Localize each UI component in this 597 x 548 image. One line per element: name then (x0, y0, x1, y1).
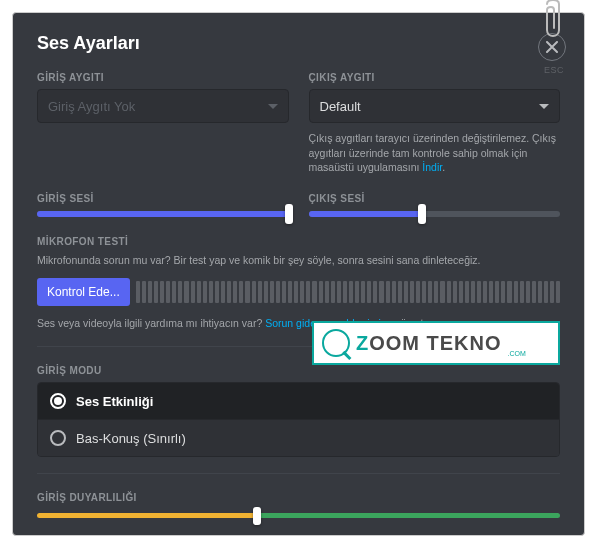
divider (37, 473, 560, 474)
radio-voice-activity[interactable]: Ses Etkinliği (38, 383, 559, 419)
mic-test-desc: Mikrofonunda sorun mu var? Bir test yap … (37, 253, 560, 268)
esc-label: ESC (544, 65, 564, 75)
input-volume-slider[interactable] (37, 210, 289, 218)
mic-level-meter (136, 281, 560, 303)
output-device-value: Default (320, 99, 361, 114)
output-volume-slider[interactable] (309, 210, 561, 218)
input-device-select[interactable]: Giriş Aygıtı Yok (37, 89, 289, 123)
sensitivity-slider[interactable] (37, 509, 560, 523)
radio-label: Ses Etkinliği (76, 394, 153, 409)
input-device-value: Giriş Aygıtı Yok (48, 99, 135, 114)
output-volume-label: ÇIKIŞ SESİ (309, 193, 561, 204)
mic-test-label: MİKROFON TESTİ (37, 236, 560, 247)
output-device-select[interactable]: Default (309, 89, 561, 123)
input-device-label: GİRİŞ AYGITI (37, 72, 289, 83)
radio-icon (50, 393, 66, 409)
radio-icon (50, 430, 66, 446)
output-device-label: ÇIKIŞ AYGITI (309, 72, 561, 83)
sensitivity-label: GİRİŞ DUYARLILIĞI (37, 492, 560, 503)
watermark: ZOOM TEKNO .COM (312, 321, 560, 365)
input-mode-group: Ses Etkinliği Bas-Konuş (Sınırlı) (37, 382, 560, 457)
radio-label: Bas-Konuş (Sınırlı) (76, 431, 186, 446)
input-volume-label: GİRİŞ SESİ (37, 193, 289, 204)
page-title: Ses Ayarları (37, 33, 560, 54)
paperclip-decoration (539, 0, 567, 44)
chevron-down-icon (268, 104, 278, 109)
mic-test-button[interactable]: Kontrol Ede... (37, 278, 130, 306)
radio-push-to-talk[interactable]: Bas-Konuş (Sınırlı) (38, 419, 559, 456)
sensitivity-warning: Herhangi bir etkin giriş aygıtın yok. Gi… (37, 533, 560, 536)
download-link[interactable]: İndir (422, 161, 442, 173)
settings-modal: ESC Ses Ayarları GİRİŞ AYGITI Giriş Aygı… (12, 12, 585, 536)
output-device-help: Çıkış aygıtları tarayıcı üzerinden değiş… (309, 131, 561, 175)
magnifier-icon (322, 329, 350, 357)
input-mode-label: GİRİŞ MODU (37, 365, 560, 376)
chevron-down-icon (539, 104, 549, 109)
